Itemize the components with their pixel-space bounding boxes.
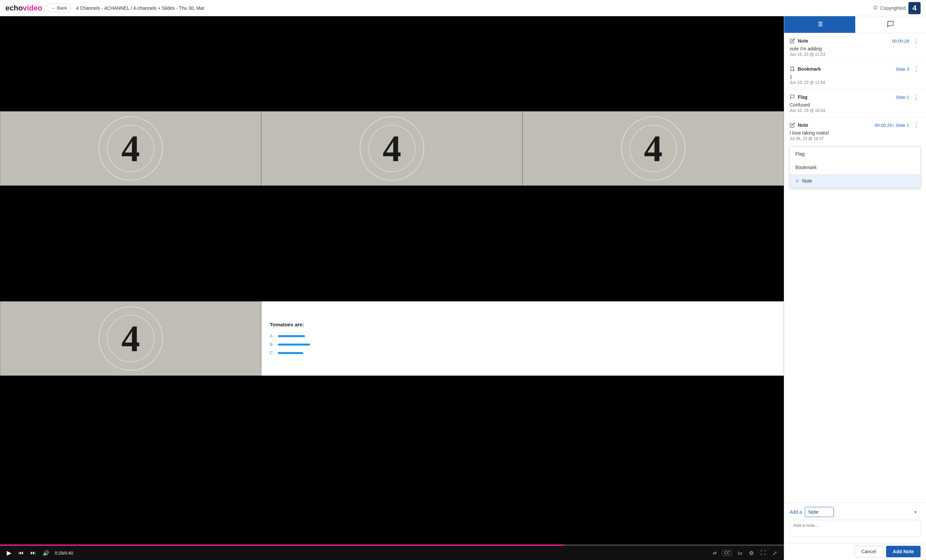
slide-options: A B C	[270, 334, 775, 355]
pencil-icon-4	[790, 122, 795, 128]
logo-video: video	[23, 4, 42, 12]
copyright-area: © Copyrighted 4	[873, 2, 921, 14]
dropdown-item-bookmark[interactable]: Bookmark	[790, 161, 920, 174]
header: echovideo ← Back 4 Channels - 4CHANNEL /…	[0, 0, 926, 16]
notes-list-icon	[816, 20, 823, 28]
note-type-select[interactable]: Note Bookmark Flag	[805, 507, 834, 517]
video-cell-2: 4	[261, 111, 523, 186]
dropdown-menu: Flag Bookmark ✓ Note	[790, 147, 921, 188]
note-content-2: 1	[790, 74, 921, 80]
check-icon: ✓	[795, 178, 799, 184]
note-date-3: Jun 15, 23 @ 15:54	[790, 108, 921, 113]
chat-icon	[887, 20, 894, 28]
route-button[interactable]: ⇄	[711, 549, 718, 556]
add-note-button[interactable]: Add Note	[886, 546, 921, 557]
main-layout: 4 4 4 4	[0, 16, 926, 560]
bookmark-icon	[790, 66, 795, 72]
note-content-1: note I'm adding	[790, 46, 921, 51]
note-item-1: Note 00:00:29 ⋮ note I'm adding Jun 15, …	[784, 33, 926, 61]
dropdown-item-note[interactable]: ✓ Note	[790, 174, 920, 188]
speed-button[interactable]: 1x	[736, 550, 744, 556]
dropdown-item-flag[interactable]: Flag	[790, 147, 920, 161]
channel-badge: 4	[908, 2, 921, 14]
captions-button[interactable]: CC	[722, 550, 732, 556]
notes-list: Note 00:00:29 ⋮ note I'm adding Jun 15, …	[784, 33, 926, 503]
slide-question: Tomatoes are:	[270, 322, 775, 328]
note-menu-btn-1[interactable]: ⋮	[912, 37, 921, 45]
breadcrumb: 4 Channels - 4CHANNEL / 4-channels + Sli…	[76, 5, 873, 11]
volume-button[interactable]: 🔊	[41, 549, 51, 557]
play-button[interactable]: ▶	[5, 548, 13, 557]
video-content: 4 4 4 4	[0, 16, 784, 545]
note-content-3: Confused	[790, 102, 921, 107]
note-menu-btn-3[interactable]: ⋮	[912, 93, 921, 101]
back-arrow-icon: ←	[51, 5, 56, 11]
add-note-area: Add a Note Bookmark Flag	[784, 503, 926, 543]
action-buttons: Cancel Add Note	[784, 543, 926, 560]
right-panel: Note 00:00:29 ⋮ note I'm adding Jun 15, …	[784, 16, 926, 560]
rewind-button[interactable]: ⏮	[17, 549, 25, 557]
note-date-4: Jul 06, 23 @ 18:37	[790, 136, 921, 141]
time-display: 0:29/0:40	[55, 551, 73, 555]
slide-option-c: C	[270, 350, 775, 355]
copyright-label: Copyrighted	[880, 5, 906, 11]
flag-icon-3	[790, 94, 795, 100]
expand-button[interactable]: ⛶	[759, 549, 767, 557]
fullscreen-button[interactable]: ⤢	[771, 549, 778, 557]
note-item-4: Note 00:00:29 / Slide 1 ⋮ I love taking …	[784, 117, 926, 145]
logo: echovideo	[5, 4, 42, 12]
slide-option-a: A	[270, 334, 775, 338]
video-area: 4 4 4 4	[0, 16, 784, 560]
video-cell-1: 4	[0, 111, 261, 186]
add-note-label: Add a	[790, 509, 802, 515]
tab-notes[interactable]	[784, 16, 855, 33]
tab-chat[interactable]	[855, 16, 926, 33]
back-button[interactable]: ← Back	[48, 4, 71, 12]
copyright-icon: ©	[873, 5, 878, 11]
note-type-select-wrapper[interactable]: Note Bookmark Flag	[805, 507, 921, 517]
note-item-2: Bookmark Slide 3 ⋮ 1 Jun 15, 23 @ 11:54	[784, 61, 926, 89]
settings-button[interactable]: ⚙	[747, 549, 755, 557]
slide-option-b: B	[270, 342, 775, 347]
note-content-4: I love taking notes!	[790, 130, 921, 136]
note-date-2: Jun 15, 23 @ 11:54	[790, 80, 921, 85]
cancel-button[interactable]: Cancel	[854, 546, 884, 557]
panel-tabs	[784, 16, 926, 33]
slide-cell: Tomatoes are: A B C	[261, 301, 784, 376]
logo-echo: echo	[5, 4, 23, 12]
video-cell-3: 4	[523, 111, 784, 186]
note-menu-btn-4[interactable]: ⋮	[912, 121, 921, 129]
video-cell-4: 4	[0, 301, 261, 376]
video-controls: ▶ ⏮ ⏭ 🔊 0:29/0:40 ⇄ CC 1x ⚙ ⛶ ⤢	[0, 546, 784, 560]
note-item-3: Flag Slide 1 ⋮ Confused Jun 15, 23 @ 15:…	[784, 89, 926, 117]
note-menu-btn-2[interactable]: ⋮	[912, 65, 921, 73]
note-date-1: Jun 15, 23 @ 11:53	[790, 52, 921, 57]
forward-button[interactable]: ⏭	[29, 549, 37, 557]
note-textarea[interactable]	[790, 520, 921, 537]
pencil-icon-1	[790, 38, 795, 44]
